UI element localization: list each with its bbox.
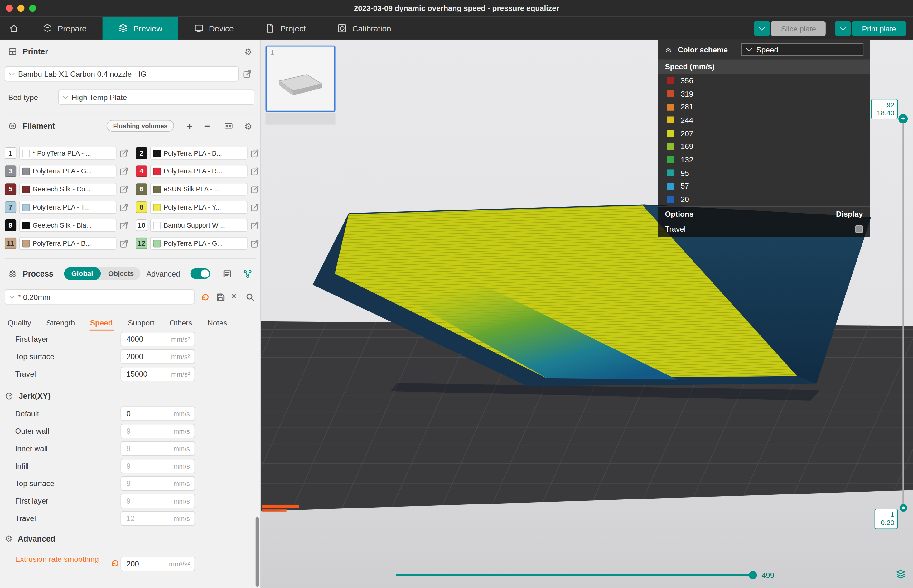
- filament-index-badge[interactable]: 11: [5, 237, 16, 249]
- process-scope-global[interactable]: Global: [64, 267, 101, 280]
- tab-device[interactable]: Device: [178, 17, 249, 40]
- layer-slider-bottom-handle[interactable]: [900, 504, 907, 512]
- parameter-table-icon[interactable]: [223, 269, 232, 278]
- edit-filament-icon[interactable]: [250, 185, 259, 194]
- move-slider-track[interactable]: [396, 574, 753, 576]
- edit-filament-icon[interactable]: [250, 149, 259, 157]
- process-workflow-icon[interactable]: [244, 269, 252, 278]
- jerk-outer-wall-input[interactable]: 9mm/s: [121, 424, 195, 438]
- print-dropdown-button[interactable]: [835, 21, 851, 36]
- move-slider-handle[interactable]: [749, 571, 757, 579]
- travel-accel-input[interactable]: 15000mm/s²: [121, 367, 195, 381]
- sidebar-scrollbar[interactable]: [256, 517, 259, 587]
- filament-select[interactable]: PolyTerra PLA - T...: [19, 201, 116, 213]
- edit-filament-icon[interactable]: [250, 167, 259, 176]
- tab-support[interactable]: Support: [120, 315, 162, 330]
- bed-type-select[interactable]: High Temp Plate: [58, 90, 254, 105]
- tab-prepare[interactable]: Prepare: [27, 17, 102, 40]
- filament-index-badge[interactable]: 6: [136, 183, 147, 195]
- edit-filament-icon[interactable]: [120, 239, 128, 248]
- zoom-window-button[interactable]: [29, 5, 36, 11]
- jerk-inner-wall-input[interactable]: 9mm/s: [121, 441, 195, 456]
- filament-select[interactable]: Geetech Silk - Co...: [19, 183, 116, 195]
- filament-index-badge[interactable]: 2: [136, 147, 147, 159]
- remove-filament-button[interactable]: −: [204, 121, 210, 131]
- printer-preset-select[interactable]: Bambu Lab X1 Carbon 0.4 nozzle - IG: [5, 66, 239, 82]
- edit-filament-icon[interactable]: [120, 167, 128, 176]
- tab-calibration[interactable]: Calibration: [322, 17, 407, 40]
- filament-select[interactable]: PolyTerra PLA - B...: [150, 147, 247, 160]
- edit-filament-icon[interactable]: [250, 221, 259, 230]
- layer-slider-top-handle[interactable]: +: [898, 114, 908, 123]
- process-preset-select[interactable]: * 0.20mm: [5, 289, 195, 305]
- edit-filament-icon[interactable]: [120, 149, 128, 157]
- color-scheme-select[interactable]: Speed: [741, 43, 863, 56]
- edit-filament-icon[interactable]: [250, 239, 259, 248]
- edit-filament-icon[interactable]: [250, 203, 259, 212]
- jerk-travel-input[interactable]: 12mm/s: [121, 511, 195, 526]
- travel-checkbox[interactable]: [855, 225, 863, 233]
- tab-strength[interactable]: Strength: [39, 315, 82, 330]
- tab-preview[interactable]: Preview: [102, 17, 178, 40]
- tab-speed[interactable]: Speed: [82, 315, 120, 330]
- save-preset-icon[interactable]: [216, 293, 225, 302]
- advanced-section-gear-icon: ⚙: [5, 534, 13, 543]
- filament-select[interactable]: PolyTerra PLA - G...: [19, 165, 116, 178]
- edit-filament-icon[interactable]: [120, 185, 128, 194]
- filament-index-badge[interactable]: 1: [5, 147, 16, 159]
- tab-others[interactable]: Others: [162, 315, 200, 330]
- tab-project[interactable]: Project: [249, 17, 322, 40]
- filament-index-badge[interactable]: 12: [136, 237, 147, 249]
- edit-printer-icon[interactable]: [243, 70, 252, 79]
- edit-filament-icon[interactable]: [120, 221, 128, 230]
- jerk-first-layer-input[interactable]: 9mm/s: [121, 494, 195, 508]
- advanced-toggle[interactable]: [191, 268, 210, 279]
- filament-settings-gear-icon[interactable]: ⚙: [244, 121, 252, 130]
- flushing-volumes-button[interactable]: Flushing volumes: [107, 120, 174, 132]
- top-surface-accel-input[interactable]: 2000mm/s²: [121, 349, 195, 364]
- close-settings-icon[interactable]: ×: [231, 291, 236, 302]
- filament-select[interactable]: PolyTerra PLA - R...: [150, 165, 247, 178]
- printer-settings-gear-icon[interactable]: ⚙: [244, 47, 252, 55]
- slice-dropdown-button[interactable]: [754, 21, 770, 36]
- tab-quality[interactable]: Quality: [0, 315, 39, 330]
- filament-select[interactable]: * PolyTerra PLA - ...: [19, 147, 116, 160]
- process-scope-objects[interactable]: Objects: [101, 267, 141, 280]
- reset-preset-icon[interactable]: [201, 293, 210, 302]
- close-window-button[interactable]: [6, 5, 13, 11]
- ams-icon[interactable]: [224, 121, 233, 130]
- filament-select[interactable]: Bambu Support W ...: [150, 219, 247, 232]
- filament-select[interactable]: PolyTerra PLA - G...: [150, 237, 247, 250]
- minimize-window-button[interactable]: [18, 5, 24, 11]
- legend-color-swatch: [667, 77, 674, 84]
- tab-notes[interactable]: Notes: [200, 315, 235, 330]
- edit-filament-icon[interactable]: [120, 203, 128, 212]
- filament-index-badge[interactable]: 10: [136, 220, 147, 231]
- filament-index-badge[interactable]: 7: [5, 201, 16, 213]
- filament-select[interactable]: Geetech Silk - Bla...: [19, 219, 116, 232]
- jerk-default-input[interactable]: 0mm/s: [121, 406, 195, 421]
- filament-color-swatch: [22, 239, 30, 247]
- home-button[interactable]: [0, 17, 27, 40]
- plate-thumbnail[interactable]: 1: [265, 45, 335, 112]
- filament-select[interactable]: PolyTerra PLA - B...: [19, 237, 116, 250]
- filament-index-badge[interactable]: 9: [5, 220, 16, 231]
- slice-plate-button[interactable]: Slice plate: [771, 21, 826, 36]
- layer-slider-track[interactable]: [902, 119, 904, 504]
- filament-index-badge[interactable]: 5: [5, 183, 16, 195]
- filament-select[interactable]: PolyTerra PLA - Y...: [150, 201, 247, 213]
- filament-index-badge[interactable]: 8: [136, 201, 147, 213]
- filament-index-badge[interactable]: 4: [136, 165, 147, 177]
- add-filament-button[interactable]: +: [187, 121, 193, 131]
- collapse-panel-icon[interactable]: [664, 45, 672, 53]
- jerk-infill-input[interactable]: 9mm/s: [121, 459, 195, 473]
- search-settings-icon[interactable]: [246, 293, 254, 302]
- first-layer-accel-input[interactable]: 4000mm/s²: [121, 332, 195, 346]
- layers-view-icon[interactable]: [895, 569, 906, 579]
- filament-index-badge[interactable]: 3: [5, 165, 16, 177]
- jerk-top-surface-input[interactable]: 9mm/s: [121, 476, 195, 491]
- jerk-section-title: Jerk(XY): [19, 392, 50, 400]
- print-plate-button[interactable]: Print plate: [852, 21, 906, 36]
- filament-select[interactable]: eSUN Silk PLA - ...: [150, 183, 247, 195]
- extrusion-rate-smoothing-input[interactable]: 200mm³/s²: [121, 557, 195, 571]
